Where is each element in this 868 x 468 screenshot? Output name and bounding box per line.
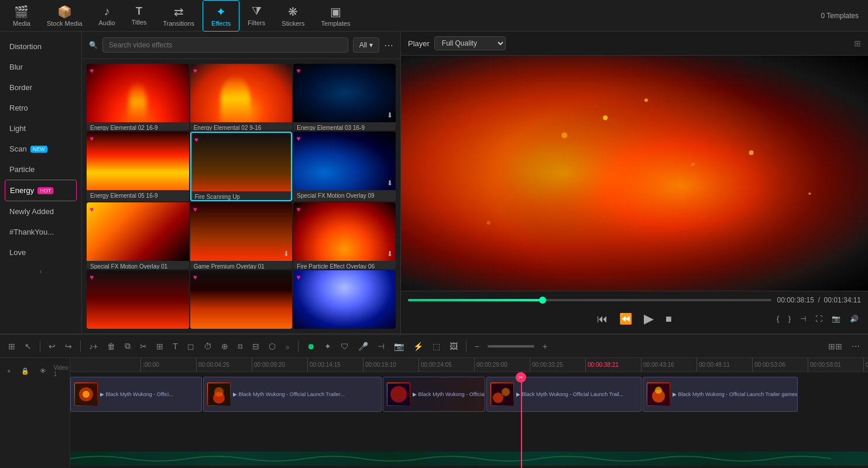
zoom-in-button[interactable]: +	[539, 339, 551, 353]
sidebar-item-newly[interactable]: Newly Added	[0, 201, 81, 222]
toolbar-templates[interactable]: ▣ Templates	[313, 0, 358, 32]
speed-button[interactable]: ⏱	[200, 339, 215, 353]
toolbar-filters[interactable]: ⧩ Filters	[239, 0, 273, 32]
sidebar-item-light[interactable]: Light	[0, 118, 81, 139]
sidebar-item-energy[interactable]: Energy HOT	[5, 180, 77, 201]
ripple-button[interactable]: ⧈	[234, 339, 246, 353]
playhead-head[interactable]: ✂	[516, 372, 526, 383]
sidebar-item-scan[interactable]: Scan NEW	[0, 139, 81, 159]
toolbar-titles[interactable]: T Titles	[123, 0, 155, 32]
effect-item-4[interactable]: ♥ Energy Elemental 05 16-9	[87, 132, 189, 201]
go-to-start-button[interactable]: ⏮	[595, 311, 610, 328]
toolbar-stickers[interactable]: ❋ Stickers	[273, 0, 313, 32]
favorite-icon-9: ♥	[296, 205, 300, 214]
download-icon-6[interactable]: ⬇	[387, 179, 393, 187]
record-button[interactable]: ⏺	[303, 339, 318, 353]
keyframe-button[interactable]: ⬦	[282, 339, 293, 353]
delete-button[interactable]: 🗑	[104, 339, 119, 353]
effect-item-12[interactable]: ♥	[293, 270, 396, 329]
video-clip-2[interactable]: ▶ Black Myth Wukong - Official Launch Tr…	[203, 377, 382, 412]
fullscreen-button[interactable]: ⛶	[813, 312, 825, 325]
image-button[interactable]: 🖼	[446, 339, 461, 353]
effect-item-7[interactable]: ♥ Special FX Motion Overlay 01	[87, 202, 189, 269]
text-button[interactable]: T	[169, 339, 181, 353]
maximize-button[interactable]: ⊞	[854, 39, 861, 48]
snap-toggle-button[interactable]: ✦	[321, 339, 335, 353]
download-icon-9[interactable]: ⬇	[387, 250, 393, 258]
add-audio-button[interactable]: ♪+	[85, 339, 101, 353]
toolbar-effects[interactable]: ✦ Effects	[203, 0, 239, 32]
video-clip-4[interactable]: ▶ Black Myth Wukong - Official Launch Tr…	[486, 377, 641, 412]
add-track-button[interactable]: ⊞	[5, 339, 19, 353]
download-icon-3[interactable]: ⬇	[387, 111, 393, 119]
shield-button[interactable]: 🛡	[337, 339, 352, 353]
filter-button[interactable]: All ▾	[353, 37, 379, 53]
svg-point-4	[561, 132, 567, 138]
sidebar-item-thankyou[interactable]: #ThankYou...	[0, 222, 81, 242]
effect-item-8[interactable]: ♥ ⬇ Game Premium Overlay 01	[190, 202, 293, 269]
effect-item-1[interactable]: ♥ Energy Elemental 02 16-9	[87, 64, 189, 130]
sidebar-item-distortion[interactable]: Distortion	[0, 36, 81, 57]
split-button[interactable]: ⊣	[798, 312, 808, 325]
effect-item-2[interactable]: ♥ Energy Elemental 02 9-16	[190, 64, 293, 130]
snapshot-button[interactable]: 📷	[829, 312, 843, 325]
video-clip-5[interactable]: ▶ Black Myth Wukong - Official Launch Tr…	[643, 377, 798, 412]
zoom-out-button[interactable]: −	[471, 339, 483, 353]
effect-item-10[interactable]: ♥	[87, 270, 189, 329]
mark-out-button[interactable]: }	[786, 312, 793, 325]
sidebar-item-border[interactable]: Border	[0, 77, 81, 98]
effects-panel: 🔍 All ▾ ⋯ ♥ Energy Elemental 02 16-9 ♥	[82, 32, 401, 333]
download-icon-8[interactable]: ⬇	[283, 250, 289, 258]
zoom-in-timeline-button[interactable]: ⊕	[218, 339, 232, 353]
more-options-button[interactable]: ⋯	[384, 40, 393, 51]
track-settings-button[interactable]: ⊣	[374, 339, 388, 353]
logo-button[interactable]: ⬚	[429, 339, 444, 353]
sidebar-particle-label: Particle	[9, 165, 35, 174]
search-input[interactable]	[102, 37, 348, 53]
ai-button[interactable]: ⚡	[410, 339, 427, 353]
play-button[interactable]: ▶	[641, 309, 656, 329]
effect-item-6[interactable]: ♥ ⬇ Special FX Motion Overlay 09	[293, 132, 396, 201]
step-back-button[interactable]: ⏪	[617, 310, 634, 328]
toolbar-stock[interactable]: 📦 Stock Media	[39, 0, 91, 32]
effect-item-9[interactable]: ♥ ⬇ Fire Particle Effect Overlay 06	[293, 202, 396, 269]
quality-select[interactable]: Full Quality High Quality Preview Qualit…	[434, 36, 506, 50]
video-clip-1[interactable]: ▶ Black Myth Wukong - Offici...	[70, 377, 202, 412]
cut-button[interactable]: ✂	[136, 339, 150, 353]
track-lock-button[interactable]: 🔒	[18, 365, 33, 377]
undo-button[interactable]: ↩	[45, 339, 59, 353]
crop-button[interactable]: ⊞	[153, 339, 167, 353]
toolbar-transitions[interactable]: ⇄ Transitions	[155, 0, 203, 32]
zoom-slider[interactable]	[488, 345, 534, 347]
redo-button[interactable]: ↪	[61, 339, 76, 353]
progress-bar[interactable]	[408, 299, 771, 301]
camera-button[interactable]: 📷	[390, 339, 407, 353]
mic-button[interactable]: 🎤	[355, 339, 372, 353]
sidebar-collapse-btn[interactable]: ‹	[0, 263, 81, 280]
clip-label-3: ▶ Black Myth Wukong - Official...	[413, 391, 485, 397]
flame-decoration-2	[221, 75, 250, 122]
track-eye-button[interactable]: 👁	[36, 365, 50, 377]
sidebar-item-love[interactable]: Love	[0, 242, 81, 263]
ruler-mark-12: 00:00:58:01	[808, 358, 863, 371]
toolbar-audio[interactable]: ♪ Audio	[91, 0, 123, 32]
rectangle-button[interactable]: ◻	[184, 339, 198, 353]
grid-button[interactable]: ⊞⊞	[825, 339, 846, 353]
expand-button[interactable]: ⬡	[265, 339, 279, 353]
snap-button[interactable]: ⊟	[249, 339, 263, 353]
effect-item-3[interactable]: ♥ ⬇ Energy Elemental 03 16-9	[293, 64, 396, 130]
sidebar-item-particle[interactable]: Particle	[0, 159, 81, 180]
video-clip-3[interactable]: ▶ Black Myth Wukong - Official...	[383, 377, 485, 412]
sidebar-item-blur[interactable]: Blur	[0, 57, 81, 77]
effect-item-11[interactable]: ♥	[190, 270, 293, 329]
effect-item-5[interactable]: ♥ Fire Scanning Up	[190, 132, 293, 201]
cursor-button[interactable]: ↖	[21, 339, 35, 353]
stop-button[interactable]: ■	[663, 311, 674, 328]
volume-button[interactable]: 🔊	[848, 312, 861, 325]
mark-in-button[interactable]: {	[774, 312, 781, 325]
detach-audio-button[interactable]: ⧉	[121, 339, 134, 353]
expand-panel-button[interactable]: ⋯	[848, 339, 863, 353]
add-media-button[interactable]: +	[4, 365, 14, 377]
toolbar-media[interactable]: 🎬 Media	[5, 0, 39, 32]
sidebar-item-retro[interactable]: Retro	[0, 98, 81, 118]
